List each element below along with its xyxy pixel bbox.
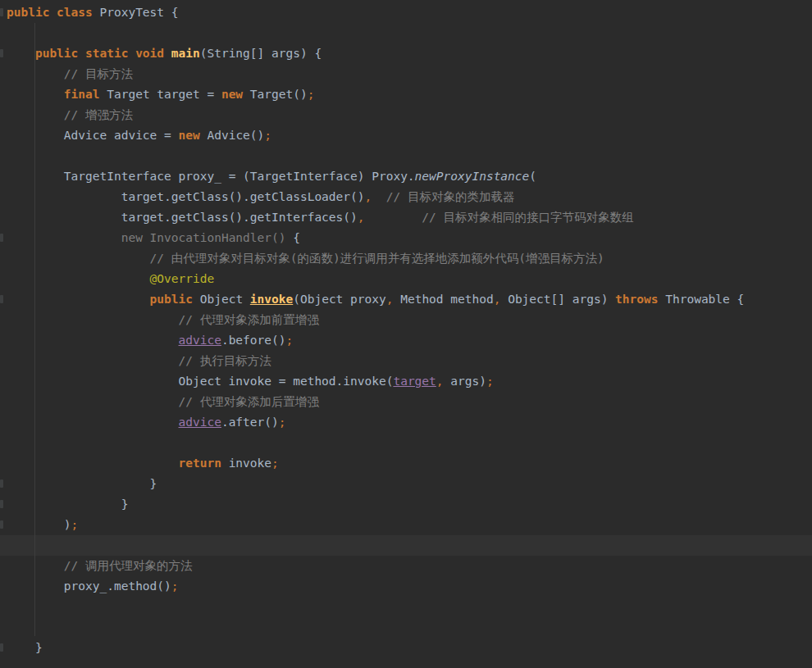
line-number-fragment — [0, 500, 3, 508]
code-token-key: new — [179, 129, 200, 142]
code-token-def: } — [35, 641, 43, 654]
code-line[interactable]: ); — [7, 515, 812, 535]
code-line[interactable]: final Target target = new Target(); — [7, 84, 812, 105]
code-line[interactable]: Object invoke = method.invoke(target, ar… — [7, 371, 812, 392]
code-token-def — [365, 211, 422, 224]
code-token-methu: invoke — [250, 293, 293, 306]
code-token-def: Object[] args) — [500, 293, 615, 306]
code-line[interactable]: // 目标方法 — [7, 64, 812, 84]
code-token-def: .after() — [221, 416, 279, 429]
code-token-def — [164, 47, 171, 60]
code-line[interactable]: new InvocationHandler() { — [7, 228, 812, 248]
line-number-fragment — [0, 479, 3, 488]
code-token-semi: , — [436, 375, 444, 388]
code-token-def: target.getClass().getInterfaces() — [121, 211, 358, 224]
code-token-semi: ; — [308, 88, 315, 101]
code-token-semi: ; — [285, 334, 293, 347]
code-token-cap: advice — [179, 416, 221, 429]
code-token-com: // 调用代理对象的方法 — [64, 559, 193, 572]
code-token-com: // 代理对象添加后置增强 — [179, 395, 319, 408]
code-line[interactable]: @Override — [7, 269, 812, 289]
code-token-def: ProxyTest { — [93, 6, 179, 19]
code-token-anno: @Override — [150, 272, 215, 285]
code-line[interactable]: advice.before(); — [7, 330, 812, 351]
code-token-com: // 执行目标方法 — [179, 354, 271, 367]
code-token-def: .before() — [221, 334, 286, 347]
code-token-key: throws — [615, 293, 658, 306]
code-token-com: // 目标对象的类加载器 — [386, 190, 515, 203]
code-token-def: Method method — [393, 293, 493, 306]
code-token-def — [372, 190, 385, 203]
code-line[interactable]: public class ProxyTest { — [7, 2, 812, 23]
code-line[interactable]: } — [7, 494, 812, 515]
code-line[interactable]: // 增强方法 — [7, 105, 812, 125]
code-token-def: args) — [444, 375, 486, 388]
code-token-def: ) — [64, 518, 71, 531]
code-token-stat: newProxyInstance — [415, 170, 530, 183]
code-token-key: final — [64, 88, 100, 101]
code-token-key: new — [221, 88, 243, 101]
code-token-com: // 目标方法 — [64, 67, 133, 80]
code-token-semi: , — [358, 211, 365, 224]
code-token-def: } — [121, 498, 129, 511]
code-token-def: Advice() — [200, 129, 265, 142]
code-token-semi: ; — [71, 518, 79, 531]
code-token-com: // 代理对象添加前置增强 — [179, 313, 319, 326]
code-token-def: { — [285, 231, 299, 244]
code-token-def: Throwable { — [659, 293, 745, 306]
code-line[interactable]: public Object invoke(Object proxy, Metho… — [7, 289, 812, 310]
line-number-fragment — [0, 8, 3, 16]
code-token-def: } — [150, 477, 157, 490]
code-line[interactable]: // 由代理对象对目标对象(的函数)进行调用并有选择地添加额外代码(增强目标方法… — [7, 248, 812, 269]
code-token-def: invoke — [221, 457, 271, 470]
code-token-def: TargetInterface proxy_ = (TargetInterfac… — [64, 170, 415, 183]
code-line[interactable]: advice.after(); — [7, 412, 812, 433]
code-token-com: // 目标对象相同的接口字节码对象数组 — [422, 211, 633, 224]
code-editor[interactable]: public class ProxyTest { public static v… — [0, 0, 812, 668]
code-token-def: target.getClass().getClassLoader() — [121, 190, 365, 203]
code-token-semi: ; — [171, 579, 179, 593]
code-line[interactable]: TargetInterface proxy_ = (TargetInterfac… — [7, 166, 812, 187]
code-line[interactable]: Advice advice = new Advice(); — [7, 125, 812, 146]
line-number-fragment — [0, 234, 3, 242]
code-token-cap: target — [393, 375, 436, 388]
code-token-def: (Object proxy — [293, 293, 386, 306]
code-token-def: ( — [529, 170, 536, 183]
code-token-key: public class — [7, 6, 93, 19]
code-token-semi: ; — [279, 416, 286, 429]
code-token-com: // 增强方法 — [64, 108, 133, 121]
line-number-fragment — [0, 643, 3, 652]
code-token-key: public static void — [35, 47, 164, 60]
code-line[interactable]: return invoke; — [7, 453, 812, 474]
code-line[interactable]: target.getClass().getClassLoader(), // 目… — [7, 187, 812, 207]
code-line[interactable]: public static void main(String[] args) { — [7, 43, 812, 64]
code-token-def: Object invoke = method.invoke( — [179, 375, 394, 388]
code-token-dim: new InvocationHandler() — [121, 231, 286, 244]
code-token-def: Advice advice = — [64, 129, 179, 142]
code-token-def: Object — [193, 293, 250, 306]
code-token-def: Target() — [243, 88, 308, 101]
code-token-def: Target target = — [100, 88, 221, 101]
code-line[interactable]: target.getClass().getInterfaces(), // 目标… — [7, 207, 812, 228]
code-line[interactable]: } — [7, 474, 812, 494]
line-number-fragment — [0, 49, 3, 57]
code-token-com: // 由代理对象对目标对象(的函数)进行调用并有选择地添加额外代码(增强目标方法… — [150, 252, 604, 265]
code-token-semi: , — [365, 190, 372, 203]
code-token-semi: ; — [271, 457, 279, 470]
code-token-meth: main — [171, 47, 200, 60]
caret-line-highlight — [0, 535, 812, 556]
line-number-fragment — [0, 520, 3, 529]
line-number-fragment — [0, 295, 3, 303]
code-line[interactable]: // 代理对象添加前置增强 — [7, 310, 812, 330]
code-token-cap: advice — [179, 334, 221, 347]
code-token-def: proxy_.method() — [64, 579, 171, 593]
code-line[interactable]: // 执行目标方法 — [7, 351, 812, 371]
code-token-def: (String[] args) { — [200, 47, 322, 60]
code-line[interactable]: // 调用代理对象的方法 — [7, 556, 812, 576]
code-token-key: public — [150, 293, 193, 306]
code-line[interactable]: // 代理对象添加后置增强 — [7, 392, 812, 412]
code-token-key: return — [179, 457, 221, 470]
code-line[interactable]: proxy_.method(); — [7, 576, 812, 597]
code-line[interactable]: } — [7, 638, 812, 658]
code-token-semi: ; — [486, 375, 494, 388]
